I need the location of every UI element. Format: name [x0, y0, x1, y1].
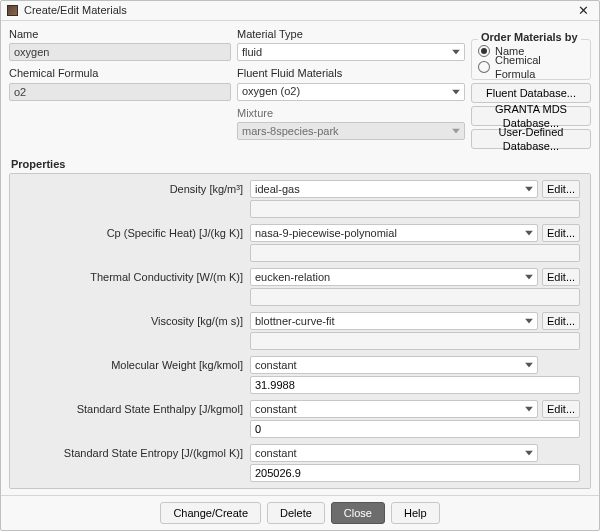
chevron-down-icon	[452, 50, 460, 55]
mixture-select: mars-8species-park	[237, 122, 465, 140]
property-value-field	[250, 244, 580, 262]
chevron-down-icon	[452, 89, 460, 94]
granta-mds-database-button[interactable]: GRANTA MDS Database...	[471, 106, 591, 126]
fluent-database-button[interactable]: Fluent Database...	[471, 83, 591, 103]
property-row: Standard State Enthalpy [J/kgmol]constan…	[16, 400, 580, 418]
right-column: Order Materials by Name Chemical Formula…	[471, 25, 591, 149]
chevron-down-icon	[525, 275, 533, 280]
material-selectors-column: Material Type fluid Fluent Fluid Materia…	[237, 25, 465, 149]
property-value-row	[16, 244, 580, 262]
order-materials-legend: Order Materials by	[478, 30, 581, 44]
property-method-select[interactable]: blottner-curve-fit	[250, 312, 538, 330]
property-edit-button[interactable]: Edit...	[542, 488, 580, 489]
property-method-select[interactable]: ideal-gas	[250, 180, 538, 198]
chevron-down-icon	[525, 363, 533, 368]
property-label: Standard State Enthalpy [J/kgmol]	[16, 402, 246, 416]
formula-field[interactable]: o2	[9, 83, 231, 101]
property-method-select[interactable]: nasa-9-piecewise-polynomial	[250, 224, 538, 242]
property-row: Cp (Specific Heat) [J/(kg K)]nasa-9-piec…	[16, 224, 580, 242]
property-edit-button[interactable]: Edit...	[542, 312, 580, 330]
properties-section: Properties Density [kg/m³]ideal-gasEdit.…	[9, 157, 591, 489]
fluent-fluid-materials-select[interactable]: oxygen (o2)	[237, 83, 465, 101]
user-defined-database-button[interactable]: User-Defined Database...	[471, 129, 591, 149]
formula-label: Chemical Formula	[9, 66, 231, 80]
property-value-field	[250, 332, 580, 350]
property-label: Standard State Entropy [J/(kgmol K)]	[16, 446, 246, 460]
property-label: Density [kg/m³]	[16, 182, 246, 196]
chevron-down-icon	[525, 187, 533, 192]
property-edit-button[interactable]: Edit...	[542, 400, 580, 418]
property-label: Thermal Conductivity [W/(m K)]	[16, 270, 246, 284]
change-create-button[interactable]: Change/Create	[160, 502, 261, 524]
close-icon[interactable]: ✕	[574, 4, 593, 17]
order-materials-group: Order Materials by Name Chemical Formula	[471, 39, 591, 80]
property-value-row	[16, 420, 580, 438]
property-value-row	[16, 200, 580, 218]
name-formula-column: Name oxygen Chemical Formula o2	[9, 25, 231, 149]
property-value-field	[250, 288, 580, 306]
property-row: Molecular Weight [kg/kmol]constant	[16, 356, 580, 374]
property-method-select[interactable]: constant	[250, 356, 538, 374]
create-edit-materials-dialog: Create/Edit Materials ✕ Name oxygen Chem…	[0, 0, 600, 531]
property-method-select[interactable]: eucken-relation	[250, 268, 538, 286]
radio-icon	[478, 45, 490, 57]
property-value-field	[250, 200, 580, 218]
property-value-field[interactable]	[250, 376, 580, 394]
properties-list: Density [kg/m³]ideal-gasEdit...Cp (Speci…	[9, 173, 591, 489]
material-type-select[interactable]: fluid	[237, 43, 465, 61]
footer: Change/Create Delete Close Help	[1, 495, 599, 530]
property-row: Thermal Conductivity [W/(m K)]eucken-rel…	[16, 268, 580, 286]
property-edit-button[interactable]: Edit...	[542, 268, 580, 286]
property-method-select[interactable]: constant	[250, 488, 538, 489]
property-value-row	[16, 288, 580, 306]
property-label: Molecular Weight [kg/kmol]	[16, 358, 246, 372]
titlebar: Create/Edit Materials ✕	[1, 1, 599, 21]
radio-icon	[478, 61, 490, 73]
properties-title: Properties	[11, 157, 591, 171]
chevron-down-icon	[525, 231, 533, 236]
fluent-app-icon	[7, 5, 18, 16]
property-method-select[interactable]: constant	[250, 400, 538, 418]
window-title: Create/Edit Materials	[24, 3, 127, 17]
name-label: Name	[9, 27, 231, 41]
property-edit-button[interactable]: Edit...	[542, 180, 580, 198]
property-edit-button[interactable]: Edit...	[542, 224, 580, 242]
property-row: Standard State Entropy [J/(kgmol K)]cons…	[16, 444, 580, 462]
property-value-row	[16, 464, 580, 482]
close-button[interactable]: Close	[331, 502, 385, 524]
chevron-down-icon	[525, 451, 533, 456]
property-value-row	[16, 332, 580, 350]
property-row: Characteristic Vibrational Temperature […	[16, 488, 580, 489]
property-value-field[interactable]	[250, 464, 580, 482]
property-label: Cp (Specific Heat) [J/(kg K)]	[16, 226, 246, 240]
chevron-down-icon	[525, 407, 533, 412]
property-label: Viscosity [kg/(m s)]	[16, 314, 246, 328]
name-field[interactable]: oxygen	[9, 43, 231, 61]
help-button[interactable]: Help	[391, 502, 440, 524]
material-type-label: Material Type	[237, 27, 465, 41]
chevron-down-icon	[525, 319, 533, 324]
chevron-down-icon	[452, 128, 460, 133]
property-value-field[interactable]	[250, 420, 580, 438]
property-row: Viscosity [kg/(m s)]blottner-curve-fitEd…	[16, 312, 580, 330]
content: Name oxygen Chemical Formula o2 Material…	[1, 21, 599, 495]
property-row: Density [kg/m³]ideal-gasEdit...	[16, 180, 580, 198]
fluent-fluid-materials-label: Fluent Fluid Materials	[237, 66, 465, 80]
property-method-select[interactable]: constant	[250, 444, 538, 462]
top-grid: Name oxygen Chemical Formula o2 Material…	[9, 25, 591, 149]
property-value-row	[16, 376, 580, 394]
order-by-formula-radio[interactable]: Chemical Formula	[478, 59, 584, 75]
delete-button[interactable]: Delete	[267, 502, 325, 524]
mixture-label: Mixture	[237, 106, 465, 120]
